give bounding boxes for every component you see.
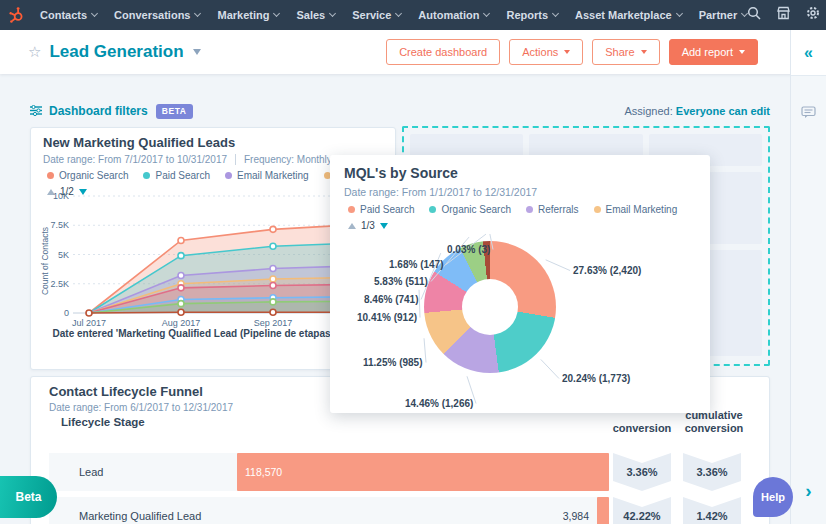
nav-item-automation[interactable]: Automation [418,9,489,21]
header-actions: Create dashboard Actions Share Add repor… [386,39,758,65]
report-meta: Date range: From 7/1/2017 to 10/31/2017 … [43,154,332,165]
nav-item-marketing[interactable]: Marketing [217,9,279,21]
pie-slice-label: 20.24% (1,773) [562,373,630,384]
svg-text:Jul 2017: Jul 2017 [72,318,106,328]
chevron-right-icon[interactable]: › [791,480,826,502]
pie-slice-label: 1.68% (147) [389,259,443,270]
pie-slice-label: 5.83% (511) [374,276,428,287]
assigned-label: Assigned: [624,105,672,117]
actions-button[interactable]: Actions [509,39,583,65]
stage-value: 118,570 [245,453,282,491]
assigned-status: Assigned: Everyone can edit [624,105,770,117]
beta-pill-button[interactable]: Beta [0,476,57,518]
marketplace-icon[interactable] [776,6,791,24]
nav-menu: Contacts Conversations Marketing Sales S… [40,9,747,21]
create-dashboard-button[interactable]: Create dashboard [386,39,500,65]
funnel-bar[interactable] [597,497,609,524]
stage-label: Marketing Qualified Lead [79,497,201,524]
chart-legend: Organic Search Paid Search Email Marketi… [47,170,371,181]
stage-label: Lead [79,453,103,491]
pie-slice-label: 10.41% (912) [357,312,417,323]
nav-item-partner[interactable]: Partner [699,9,748,21]
add-report-button[interactable]: Add report [669,39,758,65]
frequency: Frequency: Monthly [244,154,332,165]
filters-icon [30,102,42,120]
pie-slice-label: 14.46% (1,266) [405,398,473,409]
top-navigation: Contacts Conversations Marketing Sales S… [0,0,826,30]
nav-item-reports[interactable]: Reports [506,9,558,21]
legend-page-down-icon[interactable] [380,223,388,229]
stage-value: 3,984 [563,497,589,524]
pie-slice-label: 27.63% (2,420) [573,265,641,276]
pie-slice-label: 0.03% (3) [447,244,490,255]
report-title[interactable]: MQL's by Source [344,165,458,181]
page-title: Lead Generation [49,42,183,62]
cumulative-conversion-badge: 3.36% [683,453,741,491]
report-card-mqls-by-source[interactable]: MQL's by Source Date range: From 1/1/201… [330,155,710,413]
pie-slice-label: 11.25% (985) [363,357,423,368]
chart-legend: Paid Search Organic Search Referrals Ema… [348,204,677,215]
filters-row: Dashboard filters BETA Assigned: Everyon… [30,101,770,121]
report-title[interactable]: New Marketing Qualified Leads [43,135,235,150]
conversion-badge: 3.36% [613,453,671,491]
legend-page-indicator: 1/3 [361,220,375,231]
settings-gear-icon[interactable] [806,6,820,24]
conversion-badge: 42.22% [613,497,671,524]
app-screen: Contacts Conversations Marketing Sales S… [0,0,826,524]
dashboard-switcher-caret-icon[interactable] [193,49,201,55]
help-button[interactable]: Help [753,477,793,517]
stage-column-header: Lifecycle Stage [61,416,145,428]
funnel-row-mql[interactable]: Marketing Qualified Lead 3,984 [49,497,609,524]
cumulative-conversion-badge: 1.42% [683,497,741,524]
hubspot-logo-icon[interactable] [8,6,26,24]
nav-utilities [747,6,826,25]
beta-badge: BETA [156,104,193,119]
dashboard-filters-link[interactable]: Dashboard filters [49,104,148,118]
favorite-star-icon[interactable]: ☆ [28,43,41,61]
search-icon[interactable] [747,6,761,24]
svg-text:2.5K: 2.5K [50,279,69,289]
conversion-column-header: conversion [612,422,672,435]
double-chevron-left-icon: « [804,44,813,62]
funnel-row-lead[interactable]: Lead 118,570 [49,453,609,491]
date-range: Date range: From 7/1/2017 to 10/31/2017 [43,154,227,165]
svg-text:7.5K: 7.5K [50,220,69,230]
report-title[interactable]: Contact Lifecycle Funnel [49,384,203,399]
donut-chart[interactable] [424,241,556,373]
assigned-permission-link[interactable]: Everyone can edit [676,105,770,117]
right-rail: « › [790,30,826,524]
svg-text:0: 0 [64,308,69,318]
svg-text:Sep 2017: Sep 2017 [254,318,293,328]
pie-slice-label: 8.46% (741) [364,294,418,305]
dashboard-header: ☆ Lead Generation Create dashboard Actio… [0,30,826,74]
nav-item-conversations[interactable]: Conversations [114,9,200,21]
report-meta: Date range: From 6/1/2017 to 12/31/2017 [49,402,233,413]
svg-text:10K: 10K [53,191,69,201]
legend-pager: 1/3 [348,220,388,231]
comments-icon[interactable] [791,106,826,119]
nav-item-sales[interactable]: Sales [296,9,335,21]
collapse-panel-button[interactable]: « [791,30,826,76]
legend-page-up-icon[interactable] [348,223,356,229]
svg-text:Aug 2017: Aug 2017 [162,318,201,328]
nav-item-service[interactable]: Service [352,9,401,21]
nav-item-asset-marketplace[interactable]: Asset Marketplace [575,9,682,21]
report-meta: Date range: From 1/1/2017 to 12/31/2017 [344,186,537,198]
nav-item-contacts[interactable]: Contacts [40,9,97,21]
share-button[interactable]: Share [592,39,659,65]
funnel-bar[interactable] [237,453,609,491]
svg-text:5K: 5K [58,250,69,260]
